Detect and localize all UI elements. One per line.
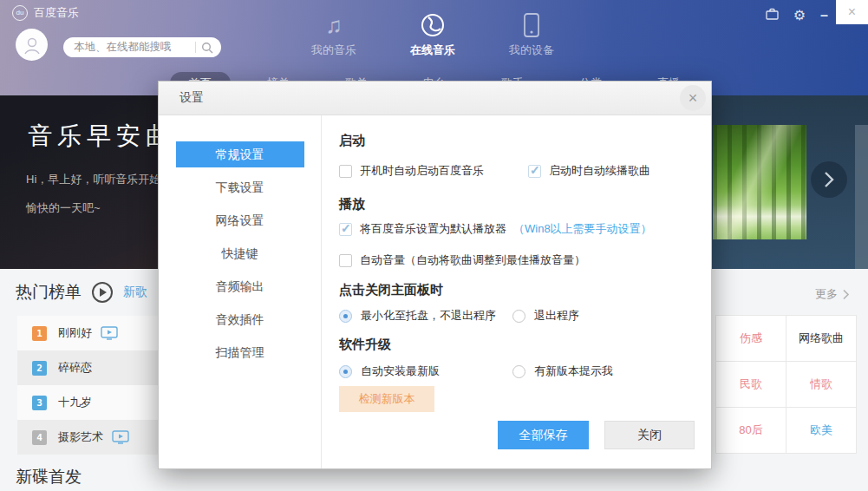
hot-list-header: 热门榜单 新歌 | xyxy=(16,281,160,304)
new-albums-title: 新碟首发 xyxy=(16,466,82,488)
close-button[interactable]: 关闭 xyxy=(604,421,695,449)
nav-online-music[interactable]: 在线音乐 xyxy=(398,10,467,58)
user-avatar[interactable] xyxy=(16,29,48,61)
sidebar-item-network[interactable]: 网络设置 xyxy=(176,207,304,233)
radio-exit-program[interactable]: 退出程序 xyxy=(512,308,579,324)
settings-dialog: 设置 × 常规设置 下载设置 网络设置 快捷键 音频输出 音效插件 扫描管理 启… xyxy=(158,81,712,469)
win8-note-link[interactable]: （Win8以上需要手动设置） xyxy=(513,221,652,237)
app-title: 百度音乐 xyxy=(34,5,79,21)
tag-item[interactable]: 民歌 xyxy=(716,362,786,408)
rank-badge: 1 xyxy=(32,326,47,341)
app-window: du 百度音乐 ⚙ – × × 本地、在线都能搜哦 ♫ 我 xyxy=(0,0,868,491)
check-icon: ✓ xyxy=(341,221,351,235)
close-icon: × xyxy=(848,4,856,20)
search-input[interactable]: 本地、在线都能搜哦 xyxy=(63,37,221,57)
checkbox-icon[interactable] xyxy=(339,165,352,178)
tag-grid: 伤感 网络歌曲 民歌 情歌 80后 欧美 xyxy=(715,315,857,454)
dialog-header: 设置 × xyxy=(159,82,711,115)
sidebar-item-general[interactable]: 常规设置 xyxy=(176,141,304,167)
radio-minimize-to-tray[interactable]: 最小化至托盘，不退出程序 xyxy=(339,308,512,324)
minimize-button[interactable]: – xyxy=(820,10,828,22)
checkbox-icon[interactable]: ✓ xyxy=(528,165,541,178)
dialog-title: 设置 xyxy=(179,90,204,106)
nav-my-devices[interactable]: 我的设备 xyxy=(497,10,566,58)
sidebar-item-hotkeys[interactable]: 快捷键 xyxy=(176,240,304,266)
rank-badge: 2 xyxy=(32,361,47,376)
checkbox-auto-volume[interactable]: 自动音量（自动将歌曲调整到最佳播放音量） xyxy=(339,252,585,268)
banner-right-panel xyxy=(712,95,868,269)
radio-icon[interactable] xyxy=(512,365,525,378)
mv-icon[interactable] xyxy=(101,326,118,340)
section-upgrade: 软件升级 xyxy=(339,337,690,353)
radio-icon[interactable] xyxy=(339,365,352,378)
radio-notify-new-version[interactable]: 有新版本提示我 xyxy=(512,363,613,379)
sidebar-item-sound-plugins[interactable]: 音效插件 xyxy=(176,306,304,332)
section-close-action: 点击关闭主面板时 xyxy=(339,282,690,298)
skin-briefcase-icon[interactable] xyxy=(766,8,779,23)
next-slide-preview xyxy=(855,125,868,269)
device-icon xyxy=(497,10,566,41)
main-nav: ♫ 我的音乐 在线音乐 我的设备 xyxy=(299,10,566,58)
banner-subtitle: Hi，早上好，听听音乐开始 愉快的一天吧~ xyxy=(26,165,160,222)
rank-badge: 3 xyxy=(32,396,47,410)
checkbox-icon[interactable] xyxy=(339,254,352,267)
settings-sidebar: 常规设置 下载设置 网络设置 快捷键 音频输出 音效插件 扫描管理 xyxy=(159,115,322,468)
checkbox-autostart[interactable]: 开机时自动启动百度音乐 xyxy=(339,163,528,179)
radio-icon[interactable] xyxy=(512,310,525,323)
new-songs-link[interactable]: 新歌 xyxy=(123,285,147,300)
search-icon[interactable] xyxy=(201,42,213,54)
play-all-button[interactable] xyxy=(92,282,113,303)
search-divider xyxy=(195,42,196,53)
section-playback: 播放 xyxy=(339,196,690,213)
chevron-right-icon xyxy=(821,170,837,189)
tag-item[interactable]: 网络歌曲 xyxy=(786,316,857,362)
tag-item[interactable]: 80后 xyxy=(716,408,786,454)
radio-auto-install[interactable]: 自动安装最新版 xyxy=(339,363,512,379)
radio-icon[interactable] xyxy=(339,310,352,323)
nav-my-music[interactable]: ♫ 我的音乐 xyxy=(299,10,369,58)
checkbox-default-player[interactable]: ✓ 将百度音乐设置为默认播放器 （Win8以上需要手动设置） xyxy=(339,221,652,237)
corner-close-overlay[interactable]: × xyxy=(836,0,868,24)
app-logo: du 百度音乐 xyxy=(12,5,79,21)
rank-badge: 4 xyxy=(32,430,47,445)
carousel-next-button[interactable] xyxy=(811,161,847,198)
banner-title: 音乐早安曲 xyxy=(28,120,175,153)
sidebar-item-download[interactable]: 下载设置 xyxy=(176,174,304,200)
globe-icon xyxy=(398,10,467,41)
sidebar-item-audio-output[interactable]: 音频输出 xyxy=(176,273,304,299)
save-all-button[interactable]: 全部保存 xyxy=(498,421,589,449)
dialog-footer: 全部保存 关闭 xyxy=(498,421,695,449)
du-logo-icon: du xyxy=(12,5,28,21)
check-new-version-button[interactable]: 检测新版本 xyxy=(339,386,434,412)
mv-icon[interactable] xyxy=(112,430,129,444)
search-placeholder: 本地、在线都能搜哦 xyxy=(74,40,195,55)
dialog-close-button[interactable]: × xyxy=(680,85,706,111)
play-icon xyxy=(100,288,107,297)
tag-item[interactable]: 欧美 xyxy=(786,408,857,454)
more-link[interactable]: 更多 xyxy=(815,286,850,302)
hot-list-title: 热门榜单 xyxy=(16,281,82,304)
sidebar-item-scan[interactable]: 扫描管理 xyxy=(176,339,304,365)
music-note-icon: ♫ xyxy=(299,10,369,41)
banner-forest-image[interactable] xyxy=(713,125,806,239)
checkbox-resume-playback[interactable]: ✓ 启动时自动续播歌曲 xyxy=(528,163,650,179)
section-startup: 启动 xyxy=(339,133,690,149)
tag-item[interactable]: 伤感 xyxy=(716,316,786,362)
checkbox-icon[interactable]: ✓ xyxy=(339,223,352,236)
settings-panel-general: 启动 开机时自动启动百度音乐 ✓ 启动时自动续播歌曲 播放 ✓ 将百度音 xyxy=(322,115,711,468)
chevron-right-icon xyxy=(842,289,850,300)
settings-gear-icon[interactable]: ⚙ xyxy=(793,9,806,23)
tag-item[interactable]: 情歌 xyxy=(786,362,857,408)
check-icon: ✓ xyxy=(530,163,540,177)
